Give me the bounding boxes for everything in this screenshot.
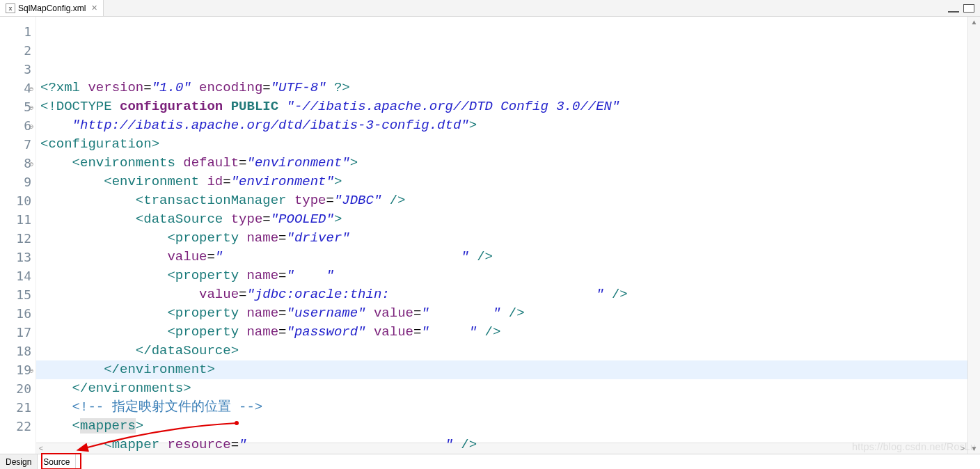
code-line[interactable]: <property name=" " [40,267,967,285]
code-line[interactable]: <mapper resource=" " /> [40,436,967,454]
minimize-icon[interactable] [948,4,959,13]
code-line[interactable]: </environments> [40,379,967,398]
xml-file-icon: x [6,3,15,13]
editor-mode-tabs: Design Source [0,454,980,469]
line-number: 8⊖ [0,154,31,173]
line-number: 2 [0,41,31,60]
code-line[interactable]: "http://ibatis.apache.org/dtd/ibatis-3-c… [40,116,967,135]
code-line[interactable]: value=" " /> [40,248,967,267]
line-number: 4⊖ [0,79,31,97]
line-number: 9 [0,173,31,191]
code-line[interactable]: <?xml version="1.0" encoding="UTF-8" ?> [40,79,967,97]
fold-toggle-icon[interactable]: ⊖ [29,79,33,97]
line-number: 11 [0,210,31,229]
code-line[interactable]: <property name="password" value=" " /> [40,323,967,342]
editor-area: 1234⊖5⊖6⊖78⊖910111213141516171819⊖202122… [0,17,980,454]
tab-source-label: Source [43,457,70,467]
code-line[interactable]: <dataSource type="POOLED"> [40,210,967,229]
editor-tab-bar: x SqlMapConfig.xml ✕ [0,0,980,17]
window-controls [948,4,980,13]
fold-toggle-icon[interactable]: ⊖ [29,97,33,116]
file-tab-title: SqlMapConfig.xml [18,3,86,13]
line-number: 18 [0,342,31,360]
line-number: 13 [0,248,31,267]
line-number: 10 [0,191,31,210]
line-number: 3 [0,60,31,79]
line-number: 7 [0,135,31,154]
code-line[interactable]: <environment id="environment"> [40,173,967,191]
line-number: 12 [0,229,31,248]
line-number: 5⊖ [0,97,31,116]
code-line[interactable]: <!-- 指定映射文件的位置 --> [40,398,967,417]
vertical-scrollbar[interactable]: ▲ ▼ [967,17,980,454]
tab-source[interactable]: Source [38,454,76,469]
code-line[interactable]: <mappers> [40,417,967,436]
fold-toggle-icon[interactable]: ⊖ [29,116,33,135]
line-number: 1 [0,22,31,41]
code-line[interactable]: <transactionManager type="JDBC" /> [40,191,967,210]
file-tab[interactable]: x SqlMapConfig.xml ✕ [0,0,104,16]
close-icon[interactable]: ✕ [91,3,97,13]
fold-toggle-icon[interactable]: ⊖ [29,154,33,173]
line-number: 21 [0,398,31,417]
line-number: 6⊖ [0,116,31,135]
code-line[interactable]: <configuration> [40,135,967,154]
line-number: 19⊖ [0,360,31,379]
maximize-icon[interactable] [963,4,974,13]
code-line[interactable]: value="jdbc:oracle:thin: " /> [40,285,967,304]
line-number: 17 [0,323,31,342]
line-number: 15 [0,285,31,304]
code-line[interactable]: <property name="username" value=" " /> [40,304,967,323]
line-number-gutter: 1234⊖5⊖6⊖78⊖910111213141516171819⊖202122 [0,17,36,454]
code-line[interactable]: </environment> [40,360,967,379]
scroll-up-icon[interactable]: ▲ [971,18,978,26]
tab-design[interactable]: Design [0,454,38,469]
code-line[interactable]: </dataSource> [40,342,967,360]
line-number: 22 [0,417,31,436]
line-number: 20 [0,379,31,398]
line-number: 16 [0,304,31,323]
fold-toggle-icon[interactable]: ⊖ [29,360,33,379]
code-area[interactable]: <?xml version="1.0" encoding="UTF-8" ?><… [36,17,967,454]
code-line[interactable]: <property name="driver" [40,229,967,248]
tab-design-label: Design [6,457,31,467]
line-number: 14 [0,267,31,285]
code-line[interactable]: <environments default="environment"> [40,154,967,173]
code-line[interactable]: <!DOCTYPE configuration PUBLIC "-//ibati… [40,97,967,116]
